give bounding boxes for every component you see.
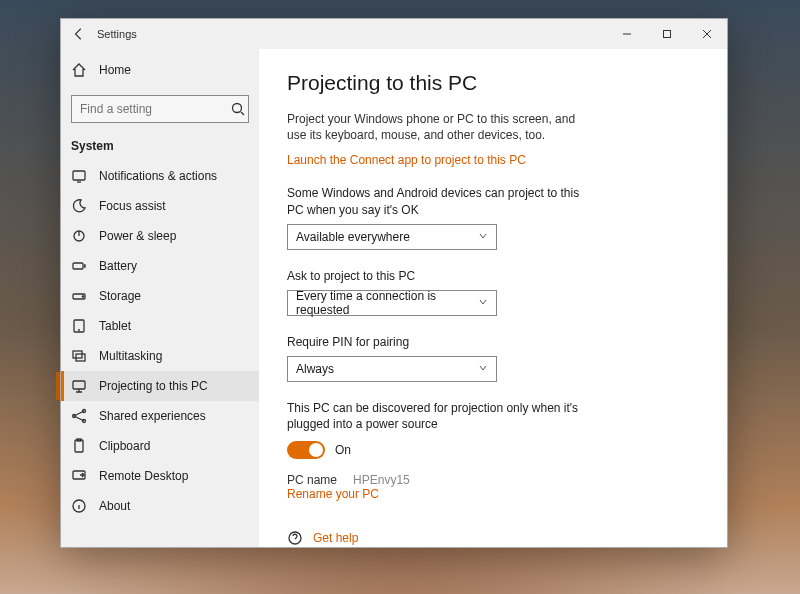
- sidebar-item-label: Power & sleep: [99, 229, 176, 243]
- sidebar-item-label: Shared experiences: [99, 409, 206, 423]
- power-icon: [71, 228, 87, 244]
- svg-rect-2: [73, 171, 85, 180]
- discoverable-toggle[interactable]: [287, 441, 325, 459]
- sidebar-item-power-sleep[interactable]: Power & sleep: [61, 221, 259, 251]
- svg-rect-0: [664, 31, 671, 38]
- projecting-icon: [71, 378, 87, 394]
- tablet-icon: [71, 318, 87, 334]
- chevron-down-icon: [478, 296, 488, 310]
- minimize-button[interactable]: [607, 19, 647, 49]
- sidebar-item-label: Notifications & actions: [99, 169, 217, 183]
- sidebar: Home System Notifications & actions Focu…: [61, 49, 259, 547]
- pc-name-value: HPEnvy15: [353, 473, 410, 487]
- toggle-thumb: [309, 443, 323, 457]
- sidebar-item-clipboard[interactable]: Clipboard: [61, 431, 259, 461]
- require-pin-value: Always: [296, 362, 334, 376]
- app-title: Settings: [97, 28, 137, 40]
- maximize-button[interactable]: [647, 19, 687, 49]
- require-pin-label: Require PIN for pairing: [287, 334, 587, 350]
- get-help-link[interactable]: Get help: [313, 531, 358, 545]
- svg-point-6: [82, 296, 83, 297]
- sidebar-item-label: Clipboard: [99, 439, 150, 453]
- page-title: Projecting to this PC: [287, 71, 699, 95]
- sidebar-item-label: Projecting to this PC: [99, 379, 208, 393]
- main-content: Projecting to this PC Project your Windo…: [259, 49, 727, 547]
- sidebar-item-label: Multitasking: [99, 349, 162, 363]
- clipboard-icon: [71, 438, 87, 454]
- battery-icon: [71, 258, 87, 274]
- sidebar-item-label: Focus assist: [99, 199, 166, 213]
- home-icon: [71, 62, 87, 78]
- svg-rect-14: [75, 440, 83, 452]
- pc-name-label: PC name: [287, 473, 337, 487]
- svg-point-1: [233, 104, 242, 113]
- sidebar-item-storage[interactable]: Storage: [61, 281, 259, 311]
- multitasking-icon: [71, 348, 87, 364]
- sidebar-item-about[interactable]: About: [61, 491, 259, 521]
- rename-pc-link[interactable]: Rename your PC: [287, 487, 379, 501]
- page-description: Project your Windows phone or PC to this…: [287, 111, 587, 143]
- sidebar-item-shared-experiences[interactable]: Shared experiences: [61, 401, 259, 431]
- availability-label: Some Windows and Android devices can pro…: [287, 185, 587, 217]
- moon-icon: [71, 198, 87, 214]
- info-icon: [71, 498, 87, 514]
- remote-desktop-icon: [71, 468, 87, 484]
- sidebar-item-label: Remote Desktop: [99, 469, 188, 483]
- sidebar-item-notifications[interactable]: Notifications & actions: [61, 161, 259, 191]
- ask-project-value: Every time a connection is requested: [296, 289, 478, 317]
- close-button[interactable]: [687, 19, 727, 49]
- home-label: Home: [99, 63, 131, 77]
- sidebar-item-remote-desktop[interactable]: Remote Desktop: [61, 461, 259, 491]
- section-label: System: [61, 133, 259, 161]
- svg-rect-4: [73, 263, 83, 269]
- require-pin-select[interactable]: Always: [287, 356, 497, 382]
- storage-icon: [71, 288, 87, 304]
- search-input[interactable]: [80, 102, 230, 116]
- sidebar-item-battery[interactable]: Battery: [61, 251, 259, 281]
- ask-project-label: Ask to project to this PC: [287, 268, 587, 284]
- sidebar-item-label: Storage: [99, 289, 141, 303]
- sidebar-item-projecting[interactable]: Projecting to this PC: [61, 371, 259, 401]
- search-icon: [230, 101, 246, 117]
- settings-window: Settings Home System Notifications & act…: [60, 18, 728, 548]
- sidebar-item-label: Battery: [99, 259, 137, 273]
- ask-project-select[interactable]: Every time a connection is requested: [287, 290, 497, 316]
- launch-connect-link[interactable]: Launch the Connect app to project to thi…: [287, 153, 526, 167]
- toggle-state-label: On: [335, 443, 351, 457]
- chevron-down-icon: [478, 230, 488, 244]
- search-box[interactable]: [71, 95, 249, 123]
- discoverable-label: This PC can be discovered for projection…: [287, 400, 587, 432]
- sidebar-item-tablet[interactable]: Tablet: [61, 311, 259, 341]
- back-button[interactable]: [61, 19, 97, 49]
- sidebar-item-label: Tablet: [99, 319, 131, 333]
- sidebar-item-focus-assist[interactable]: Focus assist: [61, 191, 259, 221]
- availability-select[interactable]: Available everywhere: [287, 224, 497, 250]
- chevron-down-icon: [478, 362, 488, 376]
- availability-value: Available everywhere: [296, 230, 410, 244]
- sidebar-item-multitasking[interactable]: Multitasking: [61, 341, 259, 371]
- notification-icon: [71, 168, 87, 184]
- help-icon: [287, 530, 303, 546]
- titlebar: Settings: [61, 19, 727, 49]
- shared-icon: [71, 408, 87, 424]
- svg-rect-10: [73, 381, 85, 389]
- home-button[interactable]: Home: [61, 55, 259, 85]
- sidebar-item-label: About: [99, 499, 130, 513]
